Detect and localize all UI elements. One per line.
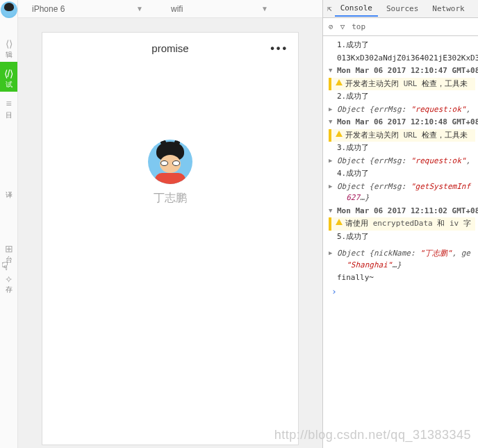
log-warning: 开发者主动关闭 URL 检查，工具未 — [329, 129, 475, 142]
clear-console-icon[interactable]: ⊘ — [329, 22, 333, 31]
log-warning: 请使用 encryptedData 和 iv 字 — [329, 217, 475, 231]
console-log: 1.成功了 013KxD302aNdjZ0i364021jE302KxD3 ▼M… — [323, 36, 478, 301]
log-line: 3.成功了 — [329, 142, 475, 155]
warning-icon — [336, 131, 343, 137]
warning-icon — [336, 79, 343, 85]
chevron-down-icon: ▼ — [261, 5, 268, 13]
tab-console[interactable]: Console — [335, 1, 378, 17]
page-title: promise — [151, 42, 188, 54]
sidebar-item-label: 辑 — [6, 51, 13, 58]
log-object[interactable]: ▶Object {errMsg: "request:ok", — [329, 155, 475, 168]
simulator-topbar: iPhone 6 ▼ wifi ▼ — [18, 0, 322, 18]
network-select[interactable]: wifi ▼ — [171, 4, 268, 14]
network-select-value: wifi — [171, 4, 183, 14]
code-icon: ⟨⟩ — [0, 38, 17, 50]
devtools-panel: ⇱ Console Sources Network ⊘ ▽ top 1.成功了 … — [322, 0, 478, 448]
warning-icon — [336, 219, 343, 225]
phone-nav-bar: promise ••• — [42, 33, 298, 63]
debug-icon: ⟨/⟩ — [0, 67, 17, 80]
tab-sources[interactable]: Sources — [381, 1, 424, 16]
log-group-header[interactable]: ▼Mon Mar 06 2017 12:10:48 GMT+08 — [329, 116, 475, 129]
sidebar-item-compile[interactable]: 译 — [0, 185, 17, 202]
sidebar-item-debug[interactable]: ⟨/⟩ 试 — [0, 62, 17, 92]
context-select[interactable]: top — [352, 22, 365, 31]
log-line: finally~ — [329, 272, 475, 285]
log-line: 5.成功了 — [329, 231, 475, 244]
filter-icon[interactable]: ▽ — [340, 22, 345, 31]
console-toolbar: ⊘ ▽ top — [323, 18, 478, 36]
log-line: 013KxD302aNdjZ0i364021jE302KxD3 — [329, 52, 475, 65]
chevron-down-icon: ▼ — [136, 5, 143, 13]
log-line: 2.成功了 — [329, 90, 475, 103]
profile-avatar — [148, 140, 192, 184]
more-icon[interactable]: ••• — [270, 42, 288, 55]
sidebar-item-label: 试 — [6, 81, 13, 88]
log-object[interactable]: ▶Object {nickName: "丁志鹏", ge "Shanghai"…… — [329, 247, 475, 272]
devtools-tabs: ⇱ Console Sources Network — [323, 0, 478, 18]
tab-network[interactable]: Network — [427, 1, 470, 16]
log-object[interactable]: ▶Object {errMsg: "request:ok", — [329, 103, 475, 117]
phone-frame: promise ••• 丁志鹏 — [42, 32, 299, 445]
log-object[interactable]: ▶Object {errMsg: "getSystemInf 627…} — [329, 181, 475, 205]
log-warning: 开发者主动关闭 URL 检查，工具未 — [329, 78, 475, 91]
menu-icon: ≡ — [0, 97, 17, 110]
profile-nickname: 丁志鹏 — [42, 191, 298, 206]
log-group-header[interactable]: ▼Mon Mar 06 2017 12:11:02 GMT+08 — [329, 205, 475, 218]
device-select[interactable]: iPhone 6 ▼ — [32, 4, 143, 14]
sidebar-item-label: 译 — [6, 191, 13, 199]
cursor-hand-icon: ☟ — [1, 260, 8, 273]
sidebar-item-edit[interactable]: ⟨⟩ 辑 — [0, 32, 17, 62]
layers-icon: ⟡ — [0, 272, 17, 285]
sidebar-item-project[interactable]: ≡ 目 — [0, 92, 17, 122]
simulator-area: promise ••• 丁志鹏 — [18, 18, 322, 448]
grid-icon: ⊞ — [0, 242, 17, 255]
watermark: http://blog.csdn.net/qq_31383345 — [274, 428, 471, 442]
log-line: 4.成功了 — [329, 167, 475, 181]
left-sidebar: ⟨⟩ 辑 ⟨/⟩ 试 ≡ 目 ☟ 译 ⊞ 台 ⟡ 存 — [0, 0, 18, 448]
sidebar-item-label: 存 — [6, 285, 13, 293]
user-avatar[interactable] — [1, 1, 17, 18]
log-group-header[interactable]: ▼Mon Mar 06 2017 12:10:47 GMT+08 — [329, 65, 475, 78]
log-line: 1.成功了 — [329, 39, 475, 52]
inspect-icon[interactable]: ⇱ — [327, 4, 332, 13]
console-prompt[interactable]: › — [329, 285, 475, 299]
sidebar-item-label: 目 — [6, 111, 13, 119]
device-select-value: iPhone 6 — [32, 4, 65, 14]
